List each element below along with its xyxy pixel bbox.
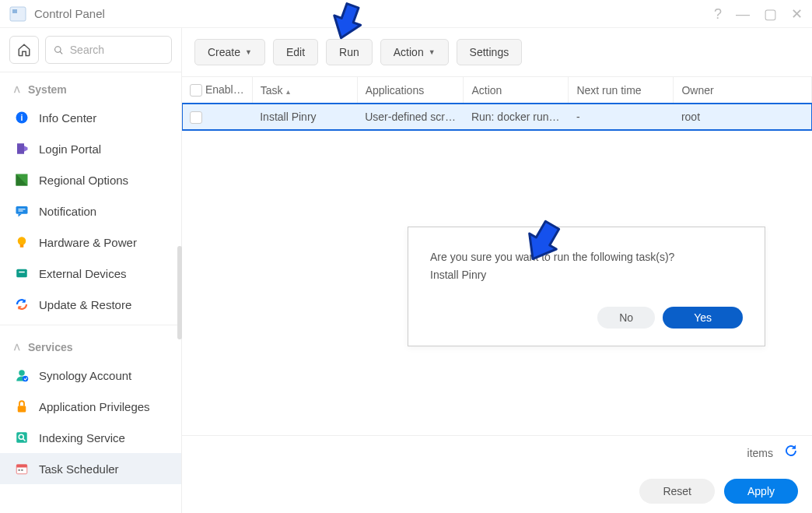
reload-icon[interactable] bbox=[784, 444, 798, 462]
svg-rect-29 bbox=[21, 469, 23, 471]
svg-rect-17 bbox=[19, 272, 25, 273]
scrollbar[interactable] bbox=[177, 246, 182, 339]
device-icon bbox=[14, 265, 30, 281]
search-input[interactable] bbox=[70, 44, 163, 56]
sidebar-item-label: Regional Options bbox=[39, 174, 128, 187]
no-button[interactable]: No bbox=[597, 307, 655, 329]
sidebar-item-label: Info Center bbox=[39, 111, 96, 125]
titlebar: Control Panel ? — ▢ ✕ bbox=[0, 0, 812, 28]
settings-button[interactable]: Settings bbox=[457, 39, 523, 65]
svg-marker-11 bbox=[19, 214, 23, 217]
section-label: Services bbox=[28, 341, 73, 353]
info-icon: i bbox=[14, 110, 30, 125]
main-content: Create▼ Edit Run Action▼ Settings Enabl…… bbox=[182, 28, 812, 513]
cell-task: Install Pinry bbox=[252, 104, 357, 130]
calendar-icon bbox=[14, 461, 30, 476]
col-action[interactable]: Action bbox=[464, 77, 569, 104]
col-owner[interactable]: Owner bbox=[674, 77, 812, 104]
checkbox[interactable] bbox=[190, 111, 202, 124]
svg-rect-10 bbox=[16, 206, 28, 214]
yes-button[interactable]: Yes bbox=[663, 307, 743, 329]
footer: Reset Apply bbox=[182, 469, 812, 513]
chat-icon bbox=[14, 203, 30, 219]
svg-rect-0 bbox=[10, 7, 26, 21]
sidebar-item-notification[interactable]: Notification bbox=[0, 195, 181, 227]
svg-point-21 bbox=[23, 376, 29, 382]
help-icon[interactable]: ? bbox=[714, 7, 722, 21]
col-applications[interactable]: Applications bbox=[357, 77, 464, 104]
sidebar-item-external[interactable]: External Devices bbox=[0, 258, 181, 289]
reset-button[interactable]: Reset bbox=[639, 479, 715, 504]
window-title: Control Panel bbox=[34, 7, 105, 20]
sidebar-item-label: External Devices bbox=[39, 267, 127, 280]
sidebar-item-synology-account[interactable]: Synology Account bbox=[0, 360, 181, 391]
create-button[interactable]: Create▼ bbox=[194, 39, 265, 65]
sidebar-item-label: Synology Account bbox=[39, 369, 131, 382]
caret-down-icon: ▼ bbox=[245, 48, 252, 56]
sidebar-item-app-privileges[interactable]: Application Privileges bbox=[0, 391, 181, 422]
maximize-icon[interactable]: ▢ bbox=[764, 7, 777, 21]
sidebar-item-task-scheduler[interactable]: Task Scheduler bbox=[0, 453, 181, 484]
sidebar-item-label: Task Scheduler bbox=[39, 462, 119, 476]
sidebar-item-info-center[interactable]: i Info Center bbox=[0, 102, 181, 133]
dialog-message: Are you sure you want to run the followi… bbox=[430, 249, 743, 265]
apply-button[interactable]: Apply bbox=[724, 479, 798, 504]
app-icon bbox=[9, 5, 26, 23]
svg-rect-16 bbox=[16, 269, 27, 278]
refresh-icon bbox=[14, 297, 30, 312]
minimize-icon[interactable]: — bbox=[736, 7, 750, 21]
svg-point-14 bbox=[18, 237, 26, 245]
sidebar-item-label: Notification bbox=[39, 205, 96, 218]
section-system[interactable]: ᐱ System bbox=[0, 72, 181, 102]
svg-rect-6 bbox=[17, 143, 24, 154]
home-icon bbox=[17, 43, 31, 57]
sidebar-item-label: Update & Restore bbox=[39, 298, 131, 311]
col-next-run[interactable]: Next run time bbox=[569, 77, 674, 104]
svg-rect-27 bbox=[16, 465, 27, 468]
toolbar: Create▼ Edit Run Action▼ Settings bbox=[182, 28, 812, 76]
sidebar-item-label: Application Privileges bbox=[39, 400, 150, 413]
svg-rect-1 bbox=[12, 9, 17, 13]
items-label: items bbox=[747, 447, 773, 459]
action-button[interactable]: Action▼ bbox=[380, 39, 449, 65]
close-icon[interactable]: ✕ bbox=[791, 7, 803, 21]
sidebar-item-label: Indexing Service bbox=[39, 431, 125, 444]
home-button[interactable] bbox=[9, 36, 39, 64]
user-icon bbox=[14, 367, 30, 383]
sidebar: ᐱ System i Info Center Login Portal Regi… bbox=[0, 28, 182, 513]
svg-point-20 bbox=[19, 370, 25, 376]
sidebar-item-update[interactable]: Update & Restore bbox=[0, 289, 181, 320]
edit-button[interactable]: Edit bbox=[273, 39, 318, 65]
svg-point-2 bbox=[55, 46, 61, 51]
search-field[interactable] bbox=[45, 36, 172, 64]
svg-rect-15 bbox=[20, 244, 24, 248]
sidebar-item-indexing[interactable]: Indexing Service bbox=[0, 422, 181, 453]
svg-text:i: i bbox=[21, 113, 23, 122]
bulb-icon bbox=[14, 234, 30, 250]
cell-action: Run: docker run… bbox=[464, 104, 569, 130]
confirm-dialog: Are you sure you want to run the followi… bbox=[408, 227, 765, 346]
section-services[interactable]: ᐱ Services bbox=[0, 330, 181, 360]
sidebar-item-label: Hardware & Power bbox=[39, 236, 137, 249]
svg-line-3 bbox=[60, 51, 62, 54]
col-task[interactable]: Task▴ bbox=[252, 77, 357, 104]
search-icon bbox=[54, 44, 64, 56]
sidebar-item-hardware[interactable]: Hardware & Power bbox=[0, 227, 181, 258]
lock-icon bbox=[14, 399, 30, 414]
col-enabled[interactable]: Enabl… bbox=[182, 77, 252, 104]
sidebar-item-regional[interactable]: Regional Options bbox=[0, 164, 181, 195]
sort-asc-icon: ▴ bbox=[286, 87, 290, 96]
svg-marker-7 bbox=[24, 146, 28, 152]
checkbox[interactable] bbox=[190, 84, 202, 97]
run-button[interactable]: Run bbox=[326, 39, 373, 65]
section-label: System bbox=[28, 83, 67, 96]
svg-rect-28 bbox=[19, 469, 20, 471]
sidebar-item-login-portal[interactable]: Login Portal bbox=[0, 133, 181, 164]
cell-next-run: - bbox=[569, 104, 674, 130]
caret-down-icon: ▼ bbox=[429, 48, 436, 56]
table-row[interactable]: Install Pinry User-defined scr… Run: doc… bbox=[182, 104, 812, 130]
sidebar-item-label: Login Portal bbox=[39, 142, 101, 156]
cell-owner: root bbox=[674, 104, 812, 130]
chevron-up-icon: ᐱ bbox=[14, 85, 20, 95]
cell-applications: User-defined scr… bbox=[357, 104, 464, 130]
